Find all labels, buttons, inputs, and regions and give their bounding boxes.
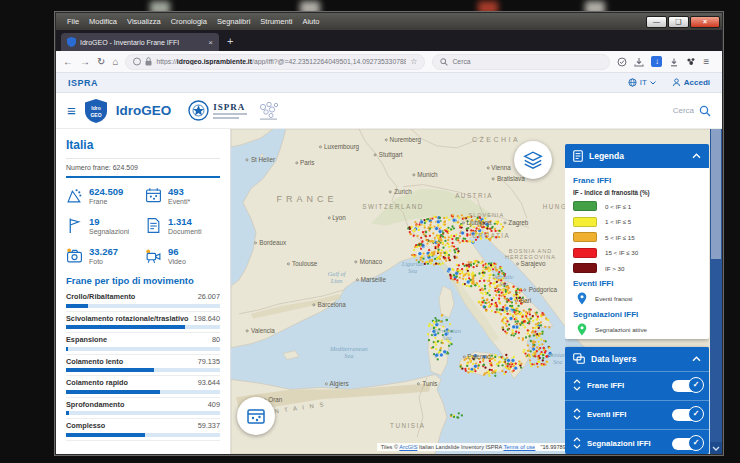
landslide-dot[interactable] xyxy=(433,353,435,355)
landslide-dot[interactable] xyxy=(425,235,427,237)
landslide-dot[interactable] xyxy=(459,235,461,237)
landslide-dot[interactable] xyxy=(493,297,495,299)
landslide-dot[interactable] xyxy=(515,363,517,365)
landslide-dot[interactable] xyxy=(529,359,531,361)
app-search[interactable]: Cerca xyxy=(673,105,711,117)
landslide-dot[interactable] xyxy=(459,277,461,279)
landslide-dot[interactable] xyxy=(495,268,497,270)
landslide-dot[interactable] xyxy=(486,227,488,229)
landslide-dot[interactable] xyxy=(482,297,484,299)
landslide-dot[interactable] xyxy=(462,283,464,285)
landslide-dot[interactable] xyxy=(496,281,498,283)
landslide-dot[interactable] xyxy=(473,226,475,228)
permissions-shield-icon[interactable] xyxy=(133,57,141,66)
landslide-dot[interactable] xyxy=(511,305,513,307)
landslide-dot[interactable] xyxy=(511,332,513,334)
landslide-dot[interactable] xyxy=(502,306,504,308)
landslide-dot[interactable] xyxy=(509,301,511,303)
landslide-dot[interactable] xyxy=(429,218,431,220)
landslide-dot[interactable] xyxy=(475,218,477,220)
landslide-dot[interactable] xyxy=(505,363,507,365)
landslide-dot[interactable] xyxy=(458,217,460,219)
landslide-dot[interactable] xyxy=(534,327,536,329)
landslide-dot[interactable] xyxy=(421,261,423,263)
landslide-dot[interactable] xyxy=(482,301,484,303)
menu-strumenti[interactable]: Strumenti xyxy=(255,16,297,27)
landslide-dot[interactable] xyxy=(537,358,539,360)
landslide-dot[interactable] xyxy=(489,220,491,222)
landslide-dot[interactable] xyxy=(501,364,503,366)
landslide-dot[interactable] xyxy=(456,279,458,281)
landslide-dot[interactable] xyxy=(446,339,448,341)
landslide-dot[interactable] xyxy=(513,311,515,313)
landslide-dot[interactable] xyxy=(498,279,500,281)
landslide-dot[interactable] xyxy=(491,355,493,357)
landslide-dot[interactable] xyxy=(533,363,535,365)
event-marker-dot[interactable] xyxy=(435,323,439,327)
landslide-dot[interactable] xyxy=(510,362,512,364)
stat-tile-frane[interactable]: 624.509Frane xyxy=(66,187,141,208)
landslide-dot[interactable] xyxy=(528,311,530,313)
landslide-dot[interactable] xyxy=(506,320,508,322)
close-button[interactable]: × xyxy=(690,16,720,28)
landslide-dot[interactable] xyxy=(456,416,458,418)
landslide-dot[interactable] xyxy=(542,354,544,356)
landslide-dot[interactable] xyxy=(536,318,538,320)
landslide-dot[interactable] xyxy=(518,332,520,334)
landslide-dot[interactable] xyxy=(489,360,491,362)
landslide-dot[interactable] xyxy=(461,414,463,416)
menu-modifica[interactable]: Modifica xyxy=(84,16,122,27)
landslide-dot[interactable] xyxy=(445,250,447,252)
landslide-dot[interactable] xyxy=(425,231,427,233)
landslide-dot[interactable] xyxy=(540,338,542,340)
landslide-dot[interactable] xyxy=(465,285,467,287)
landslide-dot[interactable] xyxy=(475,239,477,241)
landslide-dot[interactable] xyxy=(484,366,486,368)
landslide-dot[interactable] xyxy=(418,261,420,263)
landslide-dot[interactable] xyxy=(476,264,478,266)
landslide-dot[interactable] xyxy=(494,223,496,225)
idrogeo-logo[interactable]: Idro GEO xyxy=(85,99,107,123)
landslide-dot[interactable] xyxy=(461,226,463,228)
landslide-dot[interactable] xyxy=(548,326,550,328)
search-bar[interactable]: Cerca xyxy=(432,54,610,70)
landslide-dot[interactable] xyxy=(527,332,529,334)
landslide-dot[interactable] xyxy=(486,267,488,269)
landslide-dot[interactable] xyxy=(436,241,438,243)
landslide-dot[interactable] xyxy=(532,327,534,329)
landslide-dot[interactable] xyxy=(415,259,417,261)
landslide-dot[interactable] xyxy=(488,375,490,377)
landslide-dot[interactable] xyxy=(538,344,540,346)
landslide-dot[interactable] xyxy=(541,330,543,332)
landslide-dot[interactable] xyxy=(535,314,537,316)
event-marker-dot[interactable] xyxy=(532,347,536,351)
landslide-dot[interactable] xyxy=(525,313,527,315)
landslide-dot[interactable] xyxy=(483,272,485,274)
landslide-dot[interactable] xyxy=(494,228,496,230)
landslide-dot[interactable] xyxy=(501,282,503,284)
landslide-dot[interactable] xyxy=(488,270,490,272)
landslide-dot[interactable] xyxy=(480,222,482,224)
landslide-dot[interactable] xyxy=(428,339,430,341)
landslide-dot[interactable] xyxy=(527,322,529,324)
url-bar[interactable]: https://idrogeo.isprambiente.it/app/iffi… xyxy=(125,54,425,70)
landslide-dot[interactable] xyxy=(450,414,452,416)
landslide-dot[interactable] xyxy=(466,220,468,222)
landslide-dot[interactable] xyxy=(542,359,544,361)
data-layers-header[interactable]: Data layers xyxy=(565,347,709,371)
landslide-dot[interactable] xyxy=(482,360,484,362)
landslide-dot[interactable] xyxy=(520,289,522,291)
event-marker-dot[interactable] xyxy=(432,329,436,333)
landslide-dot[interactable] xyxy=(420,257,422,259)
landslide-dot[interactable] xyxy=(479,280,481,282)
landslide-dot[interactable] xyxy=(464,274,466,276)
landslide-dot[interactable] xyxy=(546,355,548,357)
landslide-dot[interactable] xyxy=(489,228,491,230)
landslide-dot[interactable] xyxy=(485,310,487,312)
app-hamburger-icon[interactable]: ≡ xyxy=(67,102,76,119)
landslide-dot[interactable] xyxy=(488,280,490,282)
landslide-dot[interactable] xyxy=(466,365,468,367)
landslide-dot[interactable] xyxy=(430,262,432,264)
landslide-dot[interactable] xyxy=(503,277,505,279)
landslide-dot[interactable] xyxy=(453,227,455,229)
